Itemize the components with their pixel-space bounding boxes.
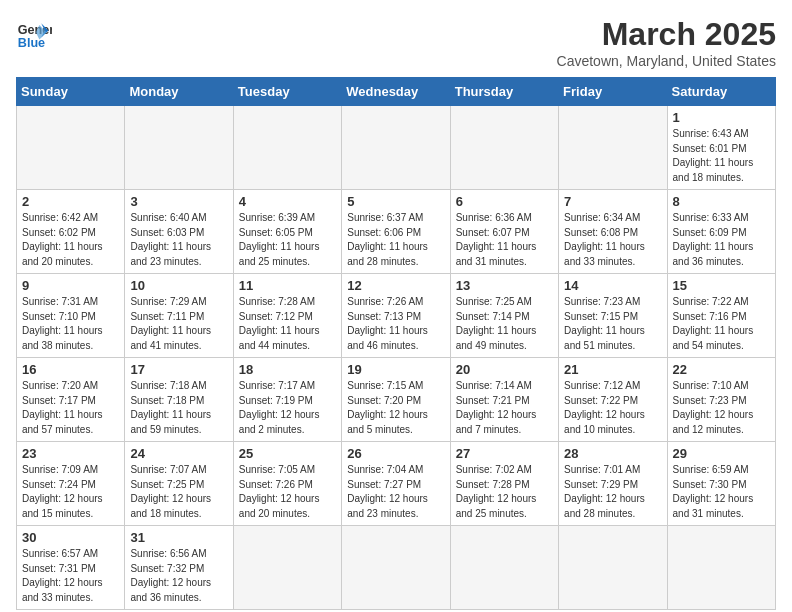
day-number: 1 [673, 110, 770, 125]
table-row: 8Sunrise: 6:33 AM Sunset: 6:09 PM Daylig… [667, 190, 775, 274]
day-number: 27 [456, 446, 553, 461]
logo-icon: General Blue [16, 16, 52, 52]
table-row: 19Sunrise: 7:15 AM Sunset: 7:20 PM Dayli… [342, 358, 450, 442]
table-row: 20Sunrise: 7:14 AM Sunset: 7:21 PM Dayli… [450, 358, 558, 442]
day-number: 9 [22, 278, 119, 293]
calendar-title: March 2025 [557, 16, 776, 53]
day-number: 11 [239, 278, 336, 293]
day-info: Sunrise: 7:04 AM Sunset: 7:27 PM Dayligh… [347, 463, 444, 521]
table-row [559, 106, 667, 190]
table-row: 14Sunrise: 7:23 AM Sunset: 7:15 PM Dayli… [559, 274, 667, 358]
table-row [233, 106, 341, 190]
header-saturday: Saturday [667, 78, 775, 106]
table-row: 18Sunrise: 7:17 AM Sunset: 7:19 PM Dayli… [233, 358, 341, 442]
day-number: 23 [22, 446, 119, 461]
table-row: 2Sunrise: 6:42 AM Sunset: 6:02 PM Daylig… [17, 190, 125, 274]
table-row [559, 526, 667, 610]
day-info: Sunrise: 7:15 AM Sunset: 7:20 PM Dayligh… [347, 379, 444, 437]
table-row: 6Sunrise: 6:36 AM Sunset: 6:07 PM Daylig… [450, 190, 558, 274]
day-info: Sunrise: 6:57 AM Sunset: 7:31 PM Dayligh… [22, 547, 119, 605]
day-number: 18 [239, 362, 336, 377]
day-number: 4 [239, 194, 336, 209]
day-number: 21 [564, 362, 661, 377]
table-row [450, 106, 558, 190]
day-info: Sunrise: 6:56 AM Sunset: 7:32 PM Dayligh… [130, 547, 227, 605]
table-row: 7Sunrise: 6:34 AM Sunset: 6:08 PM Daylig… [559, 190, 667, 274]
day-info: Sunrise: 7:02 AM Sunset: 7:28 PM Dayligh… [456, 463, 553, 521]
table-row: 28Sunrise: 7:01 AM Sunset: 7:29 PM Dayli… [559, 442, 667, 526]
calendar-body: 1Sunrise: 6:43 AM Sunset: 6:01 PM Daylig… [17, 106, 776, 610]
day-info: Sunrise: 7:28 AM Sunset: 7:12 PM Dayligh… [239, 295, 336, 353]
day-number: 5 [347, 194, 444, 209]
day-number: 26 [347, 446, 444, 461]
table-row: 12Sunrise: 7:26 AM Sunset: 7:13 PM Dayli… [342, 274, 450, 358]
day-info: Sunrise: 6:42 AM Sunset: 6:02 PM Dayligh… [22, 211, 119, 269]
table-row: 1Sunrise: 6:43 AM Sunset: 6:01 PM Daylig… [667, 106, 775, 190]
header-wednesday: Wednesday [342, 78, 450, 106]
day-info: Sunrise: 6:34 AM Sunset: 6:08 PM Dayligh… [564, 211, 661, 269]
header-tuesday: Tuesday [233, 78, 341, 106]
day-number: 22 [673, 362, 770, 377]
day-info: Sunrise: 7:22 AM Sunset: 7:16 PM Dayligh… [673, 295, 770, 353]
table-row: 16Sunrise: 7:20 AM Sunset: 7:17 PM Dayli… [17, 358, 125, 442]
table-row [667, 526, 775, 610]
logo: General Blue [16, 16, 52, 52]
day-number: 7 [564, 194, 661, 209]
day-number: 16 [22, 362, 119, 377]
table-row: 15Sunrise: 7:22 AM Sunset: 7:16 PM Dayli… [667, 274, 775, 358]
calendar-header-row: Sunday Monday Tuesday Wednesday Thursday… [17, 78, 776, 106]
day-info: Sunrise: 7:17 AM Sunset: 7:19 PM Dayligh… [239, 379, 336, 437]
table-row: 10Sunrise: 7:29 AM Sunset: 7:11 PM Dayli… [125, 274, 233, 358]
title-area: March 2025 Cavetown, Maryland, United St… [557, 16, 776, 69]
day-info: Sunrise: 7:14 AM Sunset: 7:21 PM Dayligh… [456, 379, 553, 437]
header-sunday: Sunday [17, 78, 125, 106]
table-row: 4Sunrise: 6:39 AM Sunset: 6:05 PM Daylig… [233, 190, 341, 274]
table-row: 25Sunrise: 7:05 AM Sunset: 7:26 PM Dayli… [233, 442, 341, 526]
page-header: General Blue March 2025 Cavetown, Maryla… [16, 16, 776, 69]
day-info: Sunrise: 7:29 AM Sunset: 7:11 PM Dayligh… [130, 295, 227, 353]
day-number: 2 [22, 194, 119, 209]
header-friday: Friday [559, 78, 667, 106]
day-info: Sunrise: 7:18 AM Sunset: 7:18 PM Dayligh… [130, 379, 227, 437]
day-number: 29 [673, 446, 770, 461]
day-info: Sunrise: 7:10 AM Sunset: 7:23 PM Dayligh… [673, 379, 770, 437]
table-row [233, 526, 341, 610]
day-number: 31 [130, 530, 227, 545]
day-info: Sunrise: 6:59 AM Sunset: 7:30 PM Dayligh… [673, 463, 770, 521]
header-thursday: Thursday [450, 78, 558, 106]
table-row: 21Sunrise: 7:12 AM Sunset: 7:22 PM Dayli… [559, 358, 667, 442]
calendar-subtitle: Cavetown, Maryland, United States [557, 53, 776, 69]
day-info: Sunrise: 7:23 AM Sunset: 7:15 PM Dayligh… [564, 295, 661, 353]
day-number: 12 [347, 278, 444, 293]
day-number: 13 [456, 278, 553, 293]
table-row: 31Sunrise: 6:56 AM Sunset: 7:32 PM Dayli… [125, 526, 233, 610]
day-number: 6 [456, 194, 553, 209]
table-row [450, 526, 558, 610]
table-row: 30Sunrise: 6:57 AM Sunset: 7:31 PM Dayli… [17, 526, 125, 610]
day-number: 3 [130, 194, 227, 209]
table-row: 23Sunrise: 7:09 AM Sunset: 7:24 PM Dayli… [17, 442, 125, 526]
day-info: Sunrise: 7:07 AM Sunset: 7:25 PM Dayligh… [130, 463, 227, 521]
day-number: 19 [347, 362, 444, 377]
day-info: Sunrise: 6:43 AM Sunset: 6:01 PM Dayligh… [673, 127, 770, 185]
day-number: 30 [22, 530, 119, 545]
day-number: 14 [564, 278, 661, 293]
day-number: 20 [456, 362, 553, 377]
day-number: 10 [130, 278, 227, 293]
table-row: 17Sunrise: 7:18 AM Sunset: 7:18 PM Dayli… [125, 358, 233, 442]
table-row [17, 106, 125, 190]
table-row [125, 106, 233, 190]
table-row: 13Sunrise: 7:25 AM Sunset: 7:14 PM Dayli… [450, 274, 558, 358]
day-number: 28 [564, 446, 661, 461]
day-info: Sunrise: 6:36 AM Sunset: 6:07 PM Dayligh… [456, 211, 553, 269]
table-row: 27Sunrise: 7:02 AM Sunset: 7:28 PM Dayli… [450, 442, 558, 526]
table-row: 22Sunrise: 7:10 AM Sunset: 7:23 PM Dayli… [667, 358, 775, 442]
day-number: 17 [130, 362, 227, 377]
day-info: Sunrise: 7:12 AM Sunset: 7:22 PM Dayligh… [564, 379, 661, 437]
table-row: 11Sunrise: 7:28 AM Sunset: 7:12 PM Dayli… [233, 274, 341, 358]
table-row: 5Sunrise: 6:37 AM Sunset: 6:06 PM Daylig… [342, 190, 450, 274]
day-info: Sunrise: 7:26 AM Sunset: 7:13 PM Dayligh… [347, 295, 444, 353]
day-info: Sunrise: 7:09 AM Sunset: 7:24 PM Dayligh… [22, 463, 119, 521]
day-info: Sunrise: 6:33 AM Sunset: 6:09 PM Dayligh… [673, 211, 770, 269]
day-number: 15 [673, 278, 770, 293]
